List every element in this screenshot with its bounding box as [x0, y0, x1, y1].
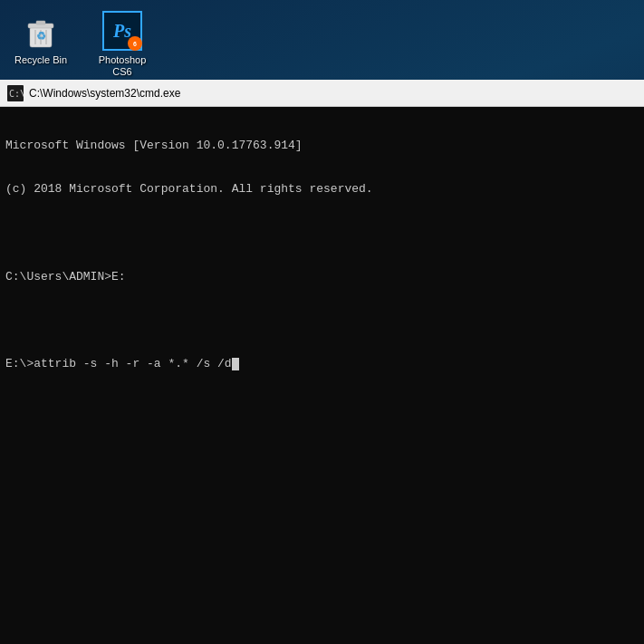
cmd-body[interactable]: Microsoft Windows [Version 10.0.17763.91… [0, 107, 644, 644]
photoshop-cs6-icon[interactable]: Ps 6 PhotoshopCS6 [91, 7, 154, 82]
svg-text:C:\: C:\ [9, 89, 24, 99]
cmd-line-1: Microsoft Windows [Version 10.0.17763.91… [5, 138, 639, 154]
cmd-title: C:\Windows\system32\cmd.exe [29, 87, 180, 100]
recycle-bin-icon[interactable]: ♻ Recycle Bin [9, 7, 72, 70]
desktop: ♻ Recycle Bin Ps 6 PhotoshopCS6 [0, 0, 644, 77]
cursor [232, 358, 239, 370]
svg-rect-2 [36, 21, 45, 24]
cmd-icon: C:\ [7, 85, 24, 101]
photoshop-image: Ps 6 [102, 11, 142, 51]
recycle-bin-image: ♻ [21, 11, 61, 51]
cmd-line-5 [5, 312, 639, 329]
cmd-line-6: E:\>attrib -s -h -r -a *.* /s /d [5, 356, 639, 372]
cmd-line-3 [5, 225, 639, 241]
cmd-titlebar[interactable]: C:\ C:\Windows\system32\cmd.exe [0, 80, 644, 107]
cmd-line-2: (c) 2018 Microsoft Corporation. All righ… [5, 181, 639, 197]
svg-text:6: 6 [133, 41, 137, 47]
recycle-bin-label: Recycle Bin [14, 54, 67, 66]
svg-text:♻: ♻ [36, 30, 46, 43]
photoshop-label: PhotoshopCS6 [99, 54, 147, 78]
cmd-line-4: C:\Users\ADMIN>E: [5, 269, 639, 285]
cmd-window: C:\ C:\Windows\system32\cmd.exe Microsof… [0, 80, 644, 644]
